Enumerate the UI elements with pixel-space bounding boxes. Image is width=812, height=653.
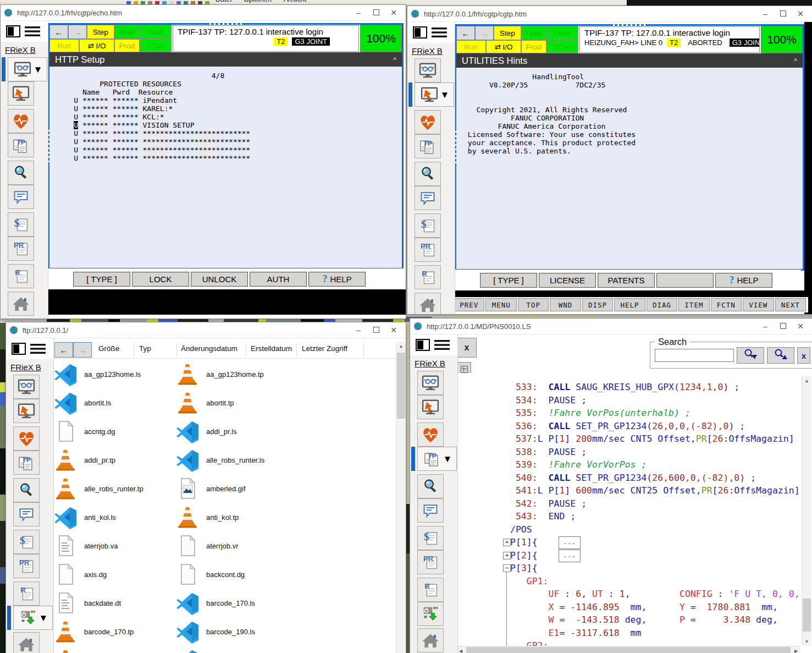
file-item[interactable]: addi_pr.ls — [175, 417, 237, 446]
search-prev-button[interactable] — [767, 347, 794, 364]
sidebar-item-search-magnifier[interactable] — [415, 162, 441, 186]
search-next-button[interactable] — [737, 347, 764, 364]
sidebar-item-remote-touch[interactable]: ▼ — [415, 83, 454, 107]
search-close-button[interactable]: x — [797, 347, 810, 364]
sidebar-item-health-heart[interactable] — [415, 110, 441, 134]
close-button[interactable]: ✕ — [792, 322, 809, 331]
sidebar-item-health-heart[interactable] — [417, 422, 444, 447]
collapsed-content-box[interactable]: ... — [559, 536, 581, 549]
sidebar-item-remote-monitor[interactable] — [415, 58, 441, 83]
minimize-button[interactable]: – — [756, 322, 774, 331]
menu-key-top[interactable]: TOP — [518, 298, 549, 311]
sidebar-item-health-heart[interactable] — [13, 426, 40, 451]
column-header-5[interactable]: Letzter Zugriff — [302, 344, 347, 353]
sidebar-item-health-heart[interactable] — [8, 109, 34, 133]
sidebar-item-comments[interactable] — [415, 186, 441, 210]
menu-key-help[interactable]: HELP — [614, 298, 645, 311]
fkey-blank[interactable] — [656, 273, 714, 288]
sidebar-item-remote-monitor[interactable] — [13, 375, 40, 399]
forward-button[interactable]: → — [68, 25, 87, 39]
sidebar-item-remote-monitor[interactable] — [417, 371, 444, 395]
browser-window-cgtp[interactable]: http://127.0.0.1/frh/cgtp/cgtp.htm – ✕ ←… — [407, 6, 812, 315]
dropdown-triangle-icon[interactable]: ▼ — [443, 454, 452, 464]
panel-toggle-icon[interactable] — [413, 26, 427, 39]
menu-key-wnd[interactable]: WND — [550, 298, 581, 311]
file-item[interactable]: aa_gp123home.tp — [175, 360, 264, 388]
sidebar-link-friex[interactable]: FRieX B — [5, 45, 36, 54]
forward-button[interactable]: → — [73, 342, 92, 358]
menu-key-view[interactable]: VIEW — [743, 298, 774, 311]
menu-key-fctn[interactable]: FCTN — [711, 298, 742, 311]
menu-hamburger-icon[interactable] — [432, 26, 447, 39]
back-button[interactable]: ← — [54, 342, 73, 358]
maximize-button[interactable] — [367, 8, 385, 17]
menu-key-prev[interactable]: PREV — [454, 298, 484, 311]
dropdown-triangle-icon[interactable]: ▼ — [34, 65, 43, 74]
menu-key-item[interactable]: ITEM — [678, 298, 709, 311]
back-button[interactable]: ← — [49, 25, 68, 39]
menu-key-menu[interactable]: MENU — [485, 298, 516, 311]
menubar-item[interactable]: Ansicht — [284, 0, 306, 3]
maximize-button[interactable] — [774, 322, 792, 331]
sidebar-item-backup-power[interactable] — [417, 602, 444, 626]
fkey-lock[interactable]: LOCK — [132, 272, 189, 287]
sidebar-item-remote-touch[interactable] — [417, 395, 444, 419]
maximize-button[interactable] — [774, 9, 792, 18]
sidebar-item-home[interactable] — [415, 293, 441, 314]
file-item[interactable]: barcode_170.ls — [175, 589, 255, 617]
titlebar[interactable]: http://127.0.0.1/frh/cgtp/echo.htm – ✕ — [1, 5, 406, 21]
titlebar[interactable]: ftp://127.0.0.1/ – ✕ — [6, 322, 406, 338]
dropdown-triangle-icon[interactable]: ▼ — [39, 613, 48, 623]
menu-hamburger-icon[interactable] — [25, 25, 40, 37]
sidebar-item-r-document[interactable]: R — [415, 265, 441, 289]
file-item[interactable] — [53, 646, 84, 653]
sidebar-item-remote-touch[interactable] — [13, 399, 40, 423]
file-item[interactable] — [175, 646, 206, 653]
sidebar-item-dollar-document[interactable]: $ — [415, 213, 441, 238]
menu-key-disp[interactable]: DISP — [582, 298, 613, 311]
column-header-4[interactable]: Erstelldatum — [251, 344, 292, 353]
minimize-button[interactable]: – — [756, 9, 774, 18]
menu-key-next[interactable]: NEXT — [775, 298, 806, 311]
back-button[interactable]: ← — [456, 26, 475, 40]
file-item[interactable]: barcode_170.tp — [53, 617, 134, 646]
fkey-patents[interactable]: PATENTS — [598, 273, 655, 288]
fkey-help[interactable]: ?HELP — [715, 273, 772, 288]
browser-window-ftp[interactable]: ftp://127.0.0.1/ – ✕ ←→GrößeTypÄnderungs… — [5, 322, 406, 653]
sidebar-item-pr-document[interactable]: PR — [417, 550, 444, 574]
sidebar-item-comments[interactable] — [417, 498, 444, 523]
vertical-scrollbar[interactable]: ▲ — [396, 342, 406, 653]
forward-button[interactable]: → — [475, 26, 494, 40]
sidebar-item-comments[interactable] — [13, 502, 40, 526]
menu-key-diag[interactable]: DIAG — [647, 298, 677, 311]
scroll-thumb[interactable] — [397, 353, 405, 419]
collapse-icon[interactable]: ^ — [794, 57, 797, 65]
fkey-type[interactable]: [ TYPE ] — [480, 273, 537, 288]
fold-closed-icon[interactable]: + — [503, 539, 511, 546]
file-item[interactable]: axis.dg — [53, 560, 107, 589]
column-header-1[interactable]: Größe — [98, 344, 119, 353]
panel-toggle-icon[interactable] — [416, 339, 430, 351]
scroll-up-arrow[interactable]: ▲ — [396, 342, 406, 350]
sidebar-item-remote-monitor[interactable]: ▼ — [8, 57, 47, 81]
fkey-license[interactable]: LICENSE — [539, 273, 596, 288]
fkey-type[interactable]: [ TYPE ] — [73, 272, 130, 287]
viewer-close-button[interactable]: x — [457, 338, 477, 358]
sidebar-item-r-document[interactable]: R — [8, 264, 34, 288]
sidebar-item-search-magnifier[interactable] — [13, 478, 40, 502]
sidebar-item-remote-touch[interactable] — [8, 81, 34, 106]
sidebar-item-tp-programs[interactable]: TP — [8, 133, 34, 157]
file-item[interactable]: abortit.ls — [53, 388, 111, 417]
sidebar-item-tp-programs[interactable]: TP — [13, 451, 40, 475]
sidebar-item-r-document[interactable]: R — [13, 581, 40, 606]
sidebar-link-friex[interactable]: FRieX B — [10, 363, 41, 372]
sidebar-item-comments[interactable] — [8, 185, 34, 209]
titlebar[interactable]: http://127.0.0.1/frh/cgtp/cgtp.htm – ✕ — [407, 6, 812, 22]
file-item[interactable]: backdate.dt — [53, 589, 121, 617]
minimize-button[interactable]: – — [350, 8, 367, 17]
file-item[interactable]: accntg.dg — [53, 417, 115, 446]
menu-hamburger-icon[interactable] — [434, 339, 450, 351]
file-item[interactable]: aa_gp123home.ls — [53, 360, 141, 388]
collapsed-content-box[interactable]: ... — [559, 550, 581, 562]
browser-window-echo[interactable]: http://127.0.0.1/frh/cgtp/echo.htm – ✕ ←… — [0, 4, 406, 319]
